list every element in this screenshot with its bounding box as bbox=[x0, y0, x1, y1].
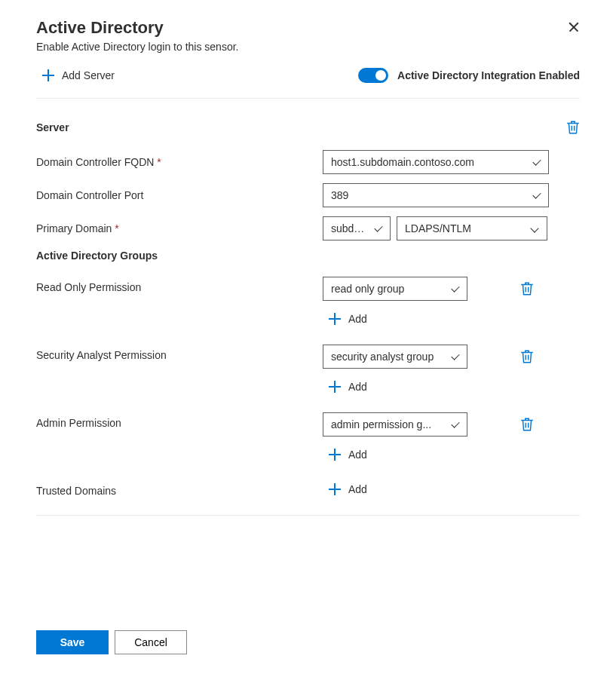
chevron-down-icon bbox=[530, 224, 539, 233]
add-security-analyst-group-button[interactable]: Add bbox=[323, 376, 580, 397]
divider bbox=[36, 515, 580, 516]
cancel-button[interactable]: Cancel bbox=[115, 630, 187, 654]
add-label: Add bbox=[348, 483, 367, 495]
security-analyst-group-value: security analyst group bbox=[331, 351, 434, 363]
port-label: Domain Controller Port bbox=[36, 189, 323, 201]
plus-icon bbox=[329, 381, 341, 393]
readonly-permission-label: Read Only Permission bbox=[36, 277, 323, 293]
plus-icon bbox=[329, 449, 341, 461]
check-icon bbox=[450, 419, 461, 430]
groups-section-title: Active Directory Groups bbox=[36, 250, 580, 262]
add-admin-group-button[interactable]: Add bbox=[323, 444, 580, 465]
trash-icon bbox=[566, 120, 580, 135]
add-server-button[interactable]: Add Server bbox=[42, 66, 115, 84]
primary-domain-input[interactable]: subdo... bbox=[323, 216, 391, 240]
delete-readonly-group-button[interactable] bbox=[520, 281, 534, 296]
plus-icon bbox=[42, 69, 54, 81]
security-analyst-group-input[interactable]: security analyst group bbox=[323, 345, 467, 369]
add-trusted-domain-button[interactable]: Add bbox=[323, 479, 580, 500]
delete-security-analyst-group-button[interactable] bbox=[520, 349, 534, 364]
plus-icon bbox=[329, 483, 341, 495]
save-button[interactable]: Save bbox=[36, 630, 109, 654]
readonly-group-value: read only group bbox=[331, 283, 404, 295]
page-subtitle: Enable Active Directory login to this se… bbox=[36, 41, 580, 53]
primary-domain-label: Primary Domain bbox=[36, 222, 323, 234]
plus-icon bbox=[329, 313, 341, 325]
admin-permission-label: Admin Permission bbox=[36, 412, 323, 429]
close-icon[interactable] bbox=[568, 21, 580, 33]
protocol-select[interactable]: LDAPS/NTLM bbox=[397, 216, 547, 240]
readonly-group-input[interactable]: read only group bbox=[323, 277, 467, 301]
protocol-value: LDAPS/NTLM bbox=[405, 222, 471, 234]
divider bbox=[36, 98, 580, 99]
server-section-title: Server bbox=[36, 121, 69, 133]
integration-toggle[interactable] bbox=[358, 68, 388, 83]
toggle-label: Active Directory Integration Enabled bbox=[397, 69, 580, 81]
add-label: Add bbox=[348, 449, 367, 461]
admin-group-value: admin permission g... bbox=[331, 418, 431, 430]
trash-icon bbox=[520, 281, 534, 296]
trusted-domains-label: Trusted Domains bbox=[36, 480, 323, 497]
admin-group-input[interactable]: admin permission g... bbox=[323, 412, 467, 437]
port-input[interactable]: 389 bbox=[323, 183, 549, 207]
fqdn-input[interactable]: host1.subdomain.contoso.com bbox=[323, 150, 549, 174]
security-analyst-permission-label: Security Analyst Permission bbox=[36, 345, 323, 361]
add-readonly-group-button[interactable]: Add bbox=[323, 308, 580, 329]
port-value: 389 bbox=[331, 189, 348, 201]
delete-admin-group-button[interactable] bbox=[520, 417, 534, 432]
check-icon bbox=[532, 190, 542, 201]
delete-server-button[interactable] bbox=[566, 120, 580, 135]
check-icon bbox=[373, 223, 384, 234]
check-icon bbox=[450, 283, 461, 294]
add-server-label: Add Server bbox=[62, 69, 115, 81]
trash-icon bbox=[520, 417, 534, 432]
primary-domain-value: subdo... bbox=[331, 222, 367, 234]
page-title: Active Directory bbox=[36, 18, 580, 38]
trash-icon bbox=[520, 349, 534, 364]
add-label: Add bbox=[348, 381, 367, 393]
add-label: Add bbox=[348, 313, 367, 325]
fqdn-value: host1.subdomain.contoso.com bbox=[331, 156, 474, 168]
check-icon bbox=[532, 157, 542, 167]
check-icon bbox=[450, 351, 461, 362]
fqdn-label: Domain Controller FQDN bbox=[36, 156, 323, 168]
